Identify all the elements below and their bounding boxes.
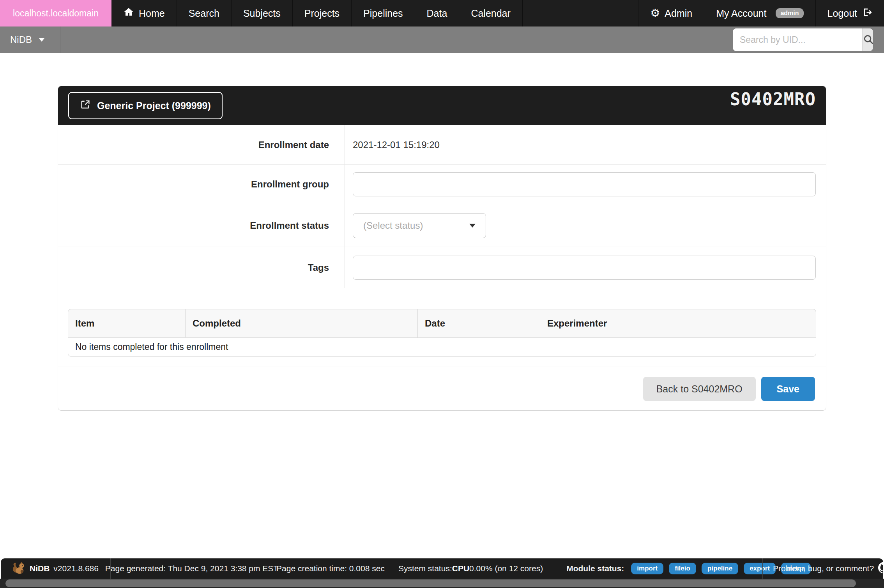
form-row-enrollment-date: Enrollment date 2021-12-01 15:19:20 bbox=[58, 125, 826, 165]
items-table: Item Completed Date Experimenter No item… bbox=[68, 309, 816, 357]
footer-app-name: NiDB bbox=[30, 564, 50, 573]
field-label: Enrollment group bbox=[58, 165, 345, 204]
card-header: Generic Project (999999) S0402MRO bbox=[58, 86, 826, 125]
brand-tab[interactable]: localhost.localdomain bbox=[0, 0, 111, 26]
caret-down-icon bbox=[469, 224, 476, 228]
footer-feedback-section: Problem, bug, or comment? Re bbox=[762, 558, 883, 579]
nav-item-label: Pipelines bbox=[363, 8, 403, 19]
top-navbar: localhost.localdomain Home Search Subjec… bbox=[0, 0, 884, 26]
module-badge-pipeline[interactable]: pipeline bbox=[702, 563, 738, 574]
nav-item-data[interactable]: Data bbox=[415, 0, 460, 26]
nav-item-my-account[interactable]: My Account admin bbox=[704, 0, 815, 26]
nav-item-pipelines[interactable]: Pipelines bbox=[352, 0, 415, 26]
save-button[interactable]: Save bbox=[761, 377, 815, 401]
cpu-label: CPU bbox=[452, 564, 469, 573]
home-icon bbox=[123, 7, 134, 20]
select-placeholder: (Select status) bbox=[363, 220, 423, 231]
app-subbar: NiDB bbox=[0, 26, 884, 53]
nav-spacer bbox=[523, 0, 638, 26]
column-header-date: Date bbox=[418, 309, 540, 338]
content-area: Generic Project (999999) S0402MRO Enroll… bbox=[0, 53, 884, 558]
uid-search-button[interactable] bbox=[862, 28, 873, 51]
nav-item-admin[interactable]: ⚙ Admin bbox=[638, 0, 704, 26]
form-row-enrollment-group: Enrollment group bbox=[58, 165, 826, 204]
enrollment-group-input[interactable] bbox=[353, 172, 816, 196]
nav-right-group: ⚙ Admin My Account admin Logout bbox=[638, 0, 884, 26]
tags-input[interactable] bbox=[353, 256, 816, 280]
field-label: Tags bbox=[58, 247, 345, 288]
external-link-icon bbox=[80, 99, 91, 112]
nav-item-label: Subjects bbox=[243, 8, 281, 19]
nidb-menu[interactable]: NiDB bbox=[0, 26, 60, 53]
nav-item-calendar[interactable]: Calendar bbox=[459, 0, 522, 26]
nav-item-label: Admin bbox=[665, 8, 692, 19]
page-footer: NiDB v2021.8.686 Page generated: Thu Dec… bbox=[1, 558, 883, 579]
nav-item-subjects[interactable]: Subjects bbox=[232, 0, 293, 26]
nav-item-home[interactable]: Home bbox=[111, 0, 177, 26]
nidb-menu-label: NiDB bbox=[10, 34, 32, 45]
uid-search-input[interactable] bbox=[733, 28, 862, 51]
table-empty-message: No items completed for this enrollment bbox=[68, 338, 816, 357]
system-status-label: System status: bbox=[398, 564, 452, 573]
account-role-badge: admin bbox=[776, 8, 803, 18]
form-row-enrollment-status: Enrollment status (Select status) bbox=[58, 204, 826, 247]
project-link-button[interactable]: Generic Project (999999) bbox=[68, 92, 223, 119]
nav-item-label: Search bbox=[189, 8, 219, 19]
nav-item-label: Logout bbox=[827, 8, 857, 19]
search-icon bbox=[863, 34, 873, 46]
card-footer: Back to S0402MRO Save bbox=[58, 367, 826, 410]
field-label: Enrollment date bbox=[58, 125, 345, 164]
scrollbar-thumb[interactable] bbox=[5, 579, 856, 587]
module-badge-import[interactable]: import bbox=[631, 563, 663, 574]
column-header-completed: Completed bbox=[186, 309, 418, 338]
nav-item-label: Calendar bbox=[471, 8, 510, 19]
nav-item-label: Home bbox=[139, 8, 165, 19]
enrollment-date-value: 2021-12-01 15:19:20 bbox=[353, 139, 440, 150]
enrollment-status-select[interactable]: (Select status) bbox=[353, 213, 486, 238]
column-header-item: Item bbox=[68, 309, 186, 338]
footer-system-status-section: System status:CPU0.00% (on 12 cores) Mod… bbox=[388, 558, 762, 579]
nav-item-label: Data bbox=[427, 8, 447, 19]
table-empty-row: No items completed for this enrollment bbox=[68, 338, 816, 357]
field-label: Enrollment status bbox=[58, 204, 345, 247]
nav-item-projects[interactable]: Projects bbox=[293, 0, 352, 26]
feedback-prompt: Problem, bug, or comment? bbox=[773, 564, 874, 573]
footer-page-generated: Page generated: Thu Dec 9, 2021 3:38 pm … bbox=[110, 558, 273, 579]
cpu-detail: 0.00% (on 12 cores) bbox=[469, 564, 543, 573]
chevron-down-icon bbox=[39, 38, 44, 42]
logout-icon bbox=[862, 7, 872, 20]
footer-version: v2021.8.686 bbox=[53, 564, 99, 573]
enrollment-card: Generic Project (999999) S0402MRO Enroll… bbox=[58, 86, 826, 411]
module-badge-fileio[interactable]: fileio bbox=[669, 563, 696, 574]
nav-item-label: My Account bbox=[716, 8, 766, 19]
footer-module-status-label: Module status: bbox=[566, 564, 624, 573]
horizontal-scrollbar[interactable] bbox=[0, 579, 884, 588]
column-header-experimenter: Experimenter bbox=[540, 309, 816, 338]
nav-item-search[interactable]: Search bbox=[177, 0, 232, 26]
back-button[interactable]: Back to S0402MRO bbox=[643, 377, 756, 401]
footer-brand-section: NiDB v2021.8.686 bbox=[1, 558, 110, 579]
form-row-tags: Tags bbox=[58, 247, 826, 288]
project-link-label: Generic Project (999999) bbox=[97, 100, 211, 111]
page: localhost.localdomain Home Search Subjec… bbox=[0, 0, 884, 588]
nidb-logo-squirrel-icon bbox=[11, 560, 26, 577]
subject-id: S0402MRO bbox=[730, 89, 816, 109]
uid-search-group bbox=[733, 28, 873, 51]
footer-page-creation-time: Page creation time: 0.008 sec bbox=[273, 558, 388, 579]
gear-icon: ⚙ bbox=[650, 8, 660, 19]
nav-item-label: Projects bbox=[304, 8, 339, 19]
github-icon bbox=[878, 562, 883, 576]
nav-item-logout[interactable]: Logout bbox=[815, 0, 884, 26]
